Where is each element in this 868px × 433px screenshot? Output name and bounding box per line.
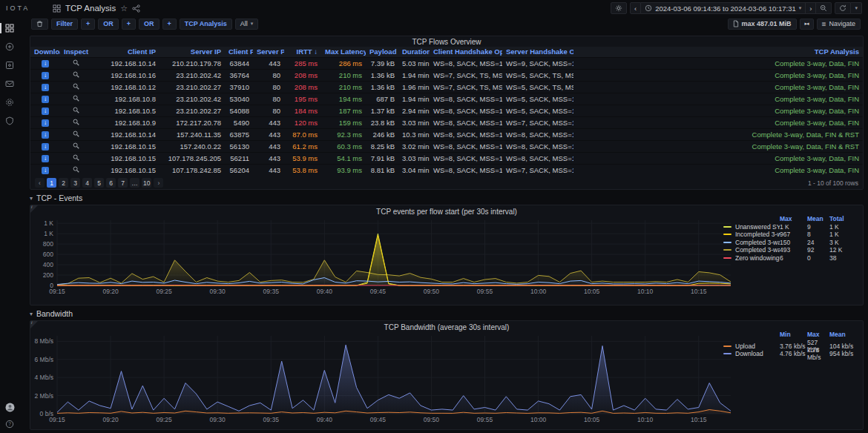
add-filter-button[interactable]: + (81, 19, 95, 30)
add-filter-button-3[interactable]: + (162, 19, 177, 30)
dashboard-settings-button[interactable] (611, 2, 627, 14)
cell-server-handshake: WS=5, SACK, TS, MSS=1460 (502, 81, 573, 93)
column-header[interactable]: TCP Analysis (573, 47, 863, 57)
inspect-icon[interactable] (73, 71, 79, 79)
column-header[interactable]: Max Latency (321, 47, 366, 57)
column-header[interactable]: Server IP (160, 47, 225, 57)
section-bandwidth[interactable]: ▾ Bandwidth (30, 308, 864, 320)
time-forward-button[interactable]: › (806, 2, 816, 14)
inspect-icon[interactable] (73, 83, 79, 91)
tcp-flows-panel: TCP Flows Overview DownloadInspectClient… (30, 36, 864, 190)
column-header[interactable]: Download (30, 47, 60, 57)
legend-series-toggle[interactable]: Unanswered SYN (723, 223, 780, 231)
sidebar-item-create[interactable] (0, 42, 19, 51)
legend-series-toggle[interactable]: Completed 3-way -> RST (723, 239, 780, 246)
page-button-6[interactable]: 6 (106, 178, 116, 188)
or-operator-button-2[interactable]: OR (139, 19, 160, 30)
cell-server-handshake: WS=8, SACK, MSS=1410 (502, 128, 573, 140)
svg-text:400: 400 (43, 261, 53, 268)
column-header[interactable]: Server Handshake Options (502, 47, 573, 57)
download-icon[interactable]: ↓ (42, 155, 49, 162)
cell-server-port: 80 (253, 81, 284, 93)
next-page-button[interactable]: › (154, 178, 163, 188)
sidebar-item-explore[interactable] (0, 61, 19, 70)
cell-duration: 2.94 min (398, 105, 430, 116)
all-dropdown[interactable]: All▾ (235, 19, 259, 30)
delete-filters-button[interactable] (31, 19, 48, 30)
series-color-swatch (723, 249, 731, 251)
legend-item: Completed 3-way -> RST150243 K (723, 239, 857, 247)
column-header[interactable]: Duration (398, 47, 430, 57)
legend-series-toggle[interactable]: Zero windowing (723, 254, 780, 262)
column-header[interactable]: Server Port (253, 47, 284, 57)
page-button-3[interactable]: 3 (70, 178, 80, 188)
download-icon[interactable]: ↓ (42, 60, 49, 67)
column-header[interactable]: Client Port (225, 47, 253, 57)
tcp-analysis-link[interactable]: TCP Analysis (180, 19, 232, 30)
navigate-button[interactable]: ≡ Navigate (817, 19, 861, 30)
download-icon[interactable]: ↓ (42, 72, 49, 79)
inspect-icon[interactable] (73, 130, 79, 139)
column-header[interactable]: Client Handshake Options (430, 47, 502, 57)
download-icon[interactable]: ↓ (42, 119, 49, 127)
section-tcp-events[interactable]: ▾ TCP - Events (30, 192, 864, 204)
column-header[interactable]: Client IP (91, 47, 160, 57)
legend-series-toggle[interactable]: Incompleted 3-way -> RST (723, 231, 780, 238)
page-button-5[interactable]: 5 (94, 178, 104, 188)
help-button[interactable]: ? (5, 420, 15, 429)
legend-series-toggle[interactable]: Completed 3-way with data (723, 246, 780, 254)
pagination: ‹ 1234567…10 › 1 - 10 of 100 rows (30, 176, 863, 188)
inspect-icon[interactable] (73, 119, 79, 127)
page-button-…[interactable]: … (130, 178, 139, 188)
column-header[interactable]: IRTT ↓ (284, 47, 321, 57)
legend-series-toggle[interactable]: Download (723, 350, 780, 357)
add-filter-button-2[interactable]: + (122, 19, 136, 30)
max-size-button[interactable]: max 487.01 MiB (728, 19, 797, 30)
sidebar-item-dashboards[interactable] (0, 24, 19, 33)
zoom-out-button[interactable] (816, 2, 832, 14)
inspect-icon[interactable] (73, 166, 79, 174)
page-button-10[interactable]: 10 (142, 178, 151, 188)
cell-server-ip: 23.210.202.42 (160, 93, 225, 105)
user-avatar[interactable] (5, 403, 15, 412)
inspect-icon[interactable] (73, 95, 79, 103)
chevron-down-icon: ▾ (251, 21, 254, 27)
page-button-4[interactable]: 4 (82, 178, 92, 188)
cell-server-ip: 107.178.245.205 (160, 152, 225, 164)
chevron-down-icon: ▾ (799, 5, 802, 11)
refresh-button[interactable] (835, 2, 851, 14)
svg-text:10:05: 10:05 (584, 288, 600, 295)
or-operator-button-1[interactable]: OR (98, 19, 119, 30)
star-icon[interactable]: ☆ (120, 4, 128, 13)
download-icon[interactable]: ↓ (42, 131, 49, 139)
refresh-interval-dropdown[interactable]: ▾ (851, 2, 862, 14)
prev-page-button[interactable]: ‹ (35, 178, 45, 188)
series-color-swatch (723, 346, 731, 347)
inspect-icon[interactable] (73, 107, 79, 115)
column-header[interactable]: Inspect (60, 47, 91, 57)
sidebar-item-alerting[interactable] (0, 79, 19, 88)
download-icon[interactable]: ↓ (42, 108, 49, 115)
download-icon[interactable]: ↓ (42, 96, 49, 103)
page-button-2[interactable]: 2 (59, 178, 68, 188)
share-icon[interactable] (132, 4, 140, 13)
inspect-icon[interactable] (73, 154, 79, 162)
column-header[interactable]: Payload (366, 47, 398, 57)
legend-series-toggle[interactable]: Upload (723, 343, 780, 350)
download-icon[interactable]: ↓ (42, 84, 49, 91)
inspect-icon[interactable] (73, 142, 79, 151)
time-range-picker[interactable]: 2024-03-06 09:14:36 to 2024-03-06 10:17:… (641, 2, 806, 14)
filter-button[interactable]: Filter (51, 19, 78, 30)
download-icon[interactable]: ↓ (42, 143, 49, 151)
time-back-button[interactable]: ‹ (630, 2, 641, 14)
sidebar-item-admin[interactable] (0, 116, 19, 125)
cell-duration: 1.94 min (398, 69, 430, 81)
inspect-icon[interactable] (73, 59, 79, 67)
download-icon[interactable]: ↓ (42, 167, 49, 174)
page-button-7[interactable]: 7 (118, 178, 128, 188)
collapse-rows-button[interactable]: ▸◂ (800, 19, 814, 30)
sidebar-item-configuration[interactable] (0, 98, 19, 107)
page-button-1[interactable]: 1 (47, 178, 56, 188)
table-row: ↓192.168.10.15157.240.0.225613044361.2 m… (30, 140, 863, 152)
svg-text:10:10: 10:10 (637, 416, 654, 423)
